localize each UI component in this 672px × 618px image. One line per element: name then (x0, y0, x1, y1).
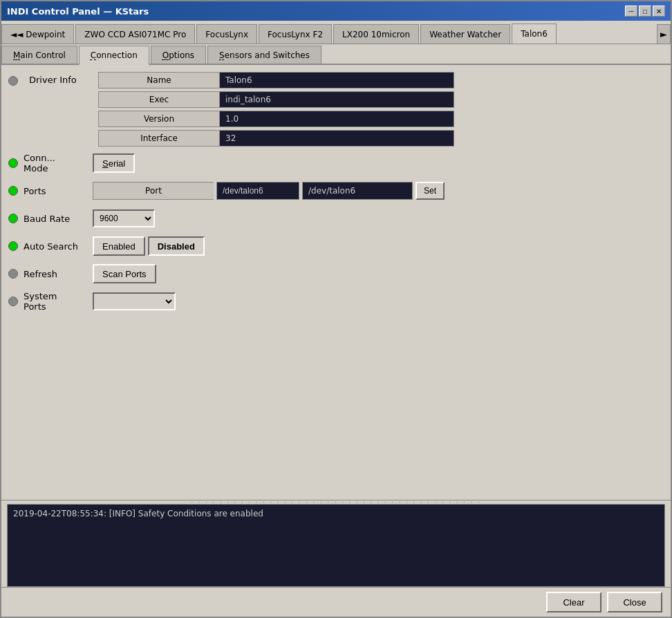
serial-button[interactable]: Serial (93, 153, 135, 173)
title-bar: INDI Control Panel — KStars ─ □ ✕ (1, 1, 671, 21)
tab-weather[interactable]: Weather Watcher (420, 24, 510, 44)
tab-talon6[interactable]: Talon6 (512, 24, 557, 44)
system-ports-row: SystemPorts (8, 290, 664, 312)
content-area: Driver Info Name Talon6 Exec indi_talon6… (1, 65, 671, 500)
clear-button[interactable]: Clear (546, 592, 601, 612)
field-value-exec: indi_talon6 (219, 91, 454, 108)
driver-info-indicator (8, 76, 18, 86)
maximize-button[interactable]: □ (639, 6, 651, 17)
tab-focuslynx2[interactable]: FocusLynx F2 (259, 24, 332, 44)
title-bar-buttons: ─ □ ✕ (625, 6, 665, 17)
ports-row: Ports Port /dev/talon6 Set (8, 180, 664, 202)
tab-connection[interactable]: Connection (79, 46, 149, 65)
driver-info-name-row: Name Talon6 (98, 72, 664, 88)
driver-info-version-row: Version 1.0 (98, 111, 664, 127)
tab-zwo[interactable]: ZWO CCD ASI071MC Pro (75, 24, 195, 44)
port-current-value: /dev/talon6 (302, 182, 413, 200)
main-window: INDI Control Panel — KStars ─ □ ✕ ◄ ◄ De… (0, 0, 672, 618)
auto-search-row: Auto Search Enabled Disabled (8, 235, 664, 257)
driver-info-fields: Name Talon6 Exec indi_talon6 Version 1.0… (98, 72, 664, 147)
driver-info-label: Driver Info (29, 72, 98, 85)
field-value-interface: 32 (219, 130, 454, 147)
ports-label: Ports (24, 186, 93, 196)
log-area: 2019-04-22T08:55:34: [INFO] Safety Condi… (7, 504, 665, 587)
close-button-bottom[interactable]: Close (607, 592, 662, 612)
minimize-button[interactable]: ─ (625, 6, 637, 17)
close-button[interactable]: ✕ (653, 6, 665, 17)
system-ports-indicator (8, 297, 18, 306)
auto-search-content: Enabled Disabled (93, 236, 664, 256)
driver-info-indicator-col (8, 72, 24, 86)
ports-indicator (8, 186, 18, 196)
tab-options[interactable]: Options (151, 46, 206, 64)
auto-search-indicator (8, 241, 18, 251)
baud-rate-indicator (8, 214, 18, 223)
system-ports-select[interactable] (93, 292, 176, 310)
auto-search-disabled-button[interactable]: Disabled (148, 236, 205, 256)
device-tabs-arrow[interactable]: ► (657, 24, 671, 44)
refresh-indicator (8, 269, 18, 279)
panel-tabs: Main Control Connection Options Sensors … (1, 44, 671, 65)
refresh-label: Refresh (24, 269, 93, 279)
driver-info-exec-row: Exec indi_talon6 (98, 91, 664, 108)
connection-mode-row: Conn...Mode Serial (8, 152, 664, 174)
port-input[interactable] (216, 182, 299, 200)
port-field-label: Port (93, 182, 214, 200)
field-label-exec: Exec (98, 91, 219, 108)
field-value-name: Talon6 (219, 72, 454, 88)
device-tabs: ◄ ◄ Dewpoint ZWO CCD ASI071MC Pro FocusL… (1, 21, 671, 44)
field-value-version: 1.0 (219, 111, 454, 127)
tab-main-control[interactable]: Main Control (1, 46, 77, 64)
connection-mode-content: Serial (93, 153, 664, 173)
set-button[interactable]: Set (416, 182, 445, 200)
baud-rate-row: Baud Rate 9600 19200 38400 57600 115200 (8, 207, 664, 230)
baud-rate-content: 9600 19200 38400 57600 115200 (93, 209, 664, 227)
system-ports-label: SystemPorts (24, 291, 93, 312)
tab-dewpoint[interactable]: ◄ ◄ Dewpoint (1, 24, 74, 44)
connection-mode-indicator (8, 158, 18, 168)
driver-info-interface-row: Interface 32 (98, 130, 664, 147)
log-entry: 2019-04-22T08:55:34: [INFO] Safety Condi… (13, 509, 659, 518)
auto-search-label: Auto Search (24, 241, 93, 252)
window-title: INDI Control Panel — KStars (7, 6, 149, 17)
tab-sensors[interactable]: Sensors and Switches (207, 46, 321, 64)
system-ports-content (93, 292, 664, 310)
field-label-interface: Interface (98, 130, 219, 147)
scan-ports-button[interactable]: Scan Ports (93, 264, 156, 283)
baud-rate-select[interactable]: 9600 19200 38400 57600 115200 (93, 209, 155, 227)
field-label-version: Version (98, 111, 219, 127)
auto-search-enabled-button[interactable]: Enabled (93, 236, 145, 256)
baud-rate-label: Baud Rate (24, 214, 93, 224)
tab-focuslynx[interactable]: FocusLynx (196, 24, 257, 44)
ports-content: Port /dev/talon6 Set (93, 182, 664, 200)
bottom-bar: Clear Close (1, 587, 671, 617)
connection-mode-label: Conn...Mode (24, 153, 93, 174)
driver-info-section: Driver Info Name Talon6 Exec indi_talon6… (8, 72, 664, 147)
field-label-name: Name (98, 72, 219, 88)
refresh-row: Refresh Scan Ports (8, 263, 664, 285)
tab-lx200[interactable]: LX200 10micron (333, 24, 419, 44)
refresh-content: Scan Ports (93, 264, 664, 283)
